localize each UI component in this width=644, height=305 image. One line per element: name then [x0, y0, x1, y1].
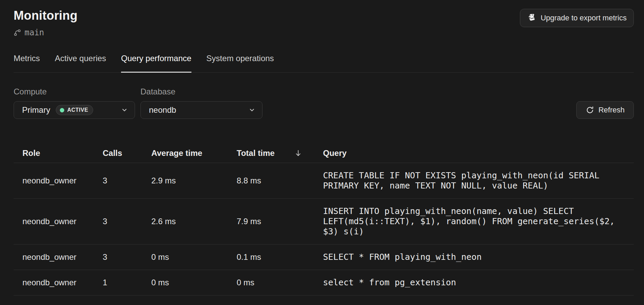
cell-query: INSERT INTO playing_with_neon(name, valu…	[323, 206, 634, 237]
table-header-row: Role Calls Average time Total time Query	[14, 143, 634, 163]
cell-query: CREATE TABLE IF NOT EXISTS playing_with_…	[323, 171, 634, 191]
tab-query-performance[interactable]: Query performance	[121, 53, 191, 72]
tab-metrics[interactable]: Metrics	[14, 53, 40, 72]
query-performance-table: Role Calls Average time Total time Query…	[14, 143, 634, 295]
monitoring-tabs: Metrics Active queries Query performance…	[14, 53, 634, 73]
chevron-down-icon	[121, 107, 128, 113]
refresh-button-label: Refresh	[598, 106, 625, 114]
upgrade-to-export-metrics-button[interactable]: Upgrade to export metrics	[520, 9, 634, 27]
database-label: Database	[140, 87, 262, 96]
compute-label: Compute	[14, 87, 135, 96]
cell-calls: 3	[103, 176, 151, 185]
cell-average-time: 2.6 ms	[151, 217, 237, 226]
arrow-down-icon	[294, 149, 303, 158]
chevron-down-icon	[249, 107, 255, 113]
branch-indicator: main	[14, 28, 78, 38]
branch-name: main	[24, 28, 44, 37]
table-row: neondb_owner 1 0 ms 0 ms select * from p…	[14, 270, 634, 295]
refresh-button[interactable]: Refresh	[576, 101, 634, 119]
page-title: Monitoring	[14, 8, 78, 23]
column-header-total-time-label: Total time	[237, 148, 275, 158]
cell-calls: 1	[103, 278, 151, 287]
title-block: Monitoring main	[14, 8, 78, 38]
datadog-icon	[527, 13, 537, 23]
cell-role: neondb_owner	[14, 217, 103, 226]
cell-average-time: 0 ms	[151, 252, 237, 262]
cell-role: neondb_owner	[14, 176, 103, 185]
filters-row: Compute Primary ACTIVE Database neondb	[14, 87, 634, 119]
active-status-label: ACTIVE	[67, 107, 88, 113]
table-row: neondb_owner 3 0 ms 0.1 ms SELECT * FROM…	[14, 245, 634, 270]
cell-average-time: 2.9 ms	[151, 176, 237, 185]
cell-total-time: 7.9 ms	[237, 217, 323, 226]
cell-average-time: 0 ms	[151, 278, 237, 287]
tab-active-queries[interactable]: Active queries	[55, 53, 106, 72]
cell-calls: 3	[103, 252, 151, 262]
page-header: Monitoring main	[14, 8, 634, 38]
compute-filter: Compute Primary ACTIVE	[14, 87, 135, 119]
compute-select-value: Primary	[22, 105, 50, 115]
tab-system-operations[interactable]: System operations	[206, 53, 274, 72]
cell-total-time: 0 ms	[237, 278, 323, 287]
monitoring-page: Monitoring main	[0, 0, 644, 305]
column-header-total-time[interactable]: Total time	[237, 148, 323, 158]
upgrade-button-label: Upgrade to export metrics	[541, 14, 627, 22]
column-header-average-time[interactable]: Average time	[151, 148, 237, 158]
column-header-calls[interactable]: Calls	[103, 148, 151, 158]
compute-status-badge: ACTIVE	[56, 105, 94, 115]
compute-select[interactable]: Primary ACTIVE	[14, 101, 135, 119]
cell-query: SELECT * FROM playing_with_neon	[323, 252, 634, 262]
database-select-value: neondb	[149, 105, 176, 115]
branch-icon	[14, 29, 21, 36]
cell-role: neondb_owner	[14, 252, 103, 262]
cell-calls: 3	[103, 217, 151, 226]
column-header-query[interactable]: Query	[323, 148, 634, 158]
database-filter: Database neondb	[140, 87, 262, 119]
cell-query: select * from pg_extension	[323, 277, 634, 288]
cell-total-time: 0.1 ms	[237, 252, 323, 262]
active-status-dot	[60, 108, 64, 112]
database-select[interactable]: neondb	[140, 101, 262, 119]
table-row: neondb_owner 3 2.6 ms 7.9 ms INSERT INTO…	[14, 199, 634, 245]
column-header-role[interactable]: Role	[14, 148, 103, 158]
refresh-icon	[586, 106, 594, 114]
cell-role: neondb_owner	[14, 278, 103, 287]
table-row: neondb_owner 3 2.9 ms 8.8 ms CREATE TABL…	[14, 163, 634, 199]
cell-total-time: 8.8 ms	[237, 176, 323, 185]
